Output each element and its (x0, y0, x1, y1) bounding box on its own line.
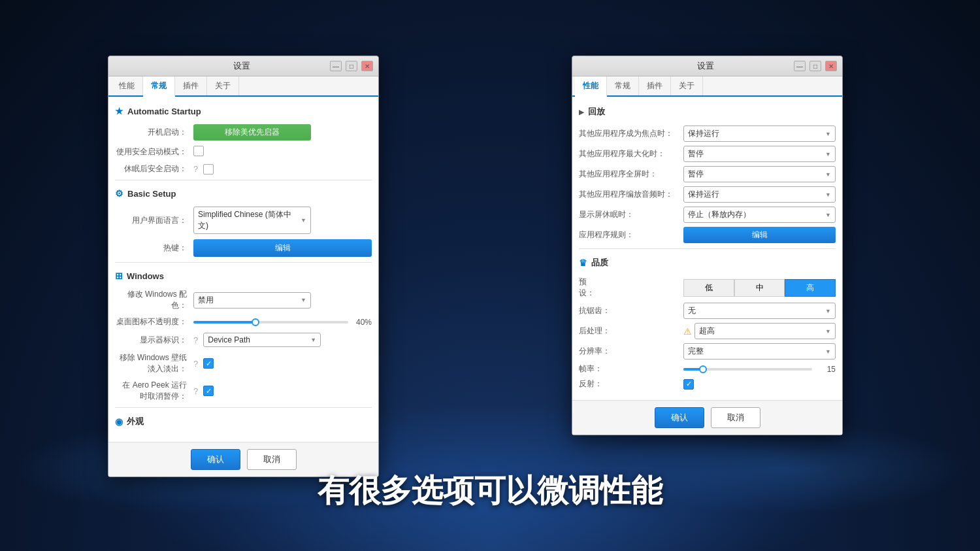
hibernate-label: 休眠后安全启动： (115, 163, 193, 175)
hotkey-label: 热键： (115, 242, 193, 254)
appearance-icon: ◉ (115, 416, 123, 427)
minimize-button-right[interactable]: — (794, 61, 806, 71)
aero-row: 在 Aero Peek 运行时取消暂停： ? ✓ (115, 380, 372, 402)
settings-window-right[interactable]: 设置 — □ ✕ 性能 常规 插件 关于 ▶ 回放 其他应用程序成为焦点时： 保… (572, 56, 843, 435)
tab-plugins-right[interactable]: 插件 (639, 76, 671, 95)
framerate-label: 帧率： (579, 363, 683, 375)
antialiasing-select[interactable]: 无 (683, 303, 836, 319)
opacity-slider-track (193, 321, 348, 324)
display-id-select[interactable]: Device Path (203, 333, 321, 347)
wallpaper-label: 移除 Windows 壁纸淡入淡出： (115, 352, 193, 375)
aero-checkbox[interactable]: ✓ (203, 386, 214, 396)
tab-plugins-left[interactable]: 插件 (175, 76, 207, 95)
quality-preset-row: 预设： 低 中 高 (579, 276, 836, 299)
pb-audio-select[interactable]: 保持运行 (683, 186, 836, 203)
pb-rules-edit-button[interactable]: 编辑 (683, 227, 836, 243)
reflection-checkbox[interactable]: ✓ (683, 379, 694, 390)
tab-about-left[interactable]: 关于 (207, 76, 239, 95)
window-content-left: ★ Automatic Startup 开机启动： 移除美优先启器 使用安全启动… (108, 97, 378, 442)
titlebar-left: 设置 — □ ✕ (108, 56, 378, 76)
framerate-value: 15 (816, 365, 836, 374)
pb-audio-label: 其他应用程序编放音频时： (579, 189, 683, 200)
pb-sleep-select[interactable]: 停止（释放内存） (683, 207, 836, 223)
window-title-right: 设置 (617, 60, 794, 72)
quality-preset-label: 预设： (579, 276, 683, 299)
wallpaper-checkbox[interactable]: ✓ (203, 358, 214, 369)
window-controls-left[interactable]: — □ ✕ (330, 61, 373, 71)
framerate-slider-thumb[interactable] (699, 365, 707, 373)
color-select[interactable]: 禁用 (193, 292, 311, 309)
maximize-button-right[interactable]: □ (809, 61, 821, 71)
postprocess-row: 后处理： ⚠ 超高 (579, 323, 836, 339)
pb-rules-row: 应用程序规则： 编辑 (579, 227, 836, 243)
color-control: 禁用 (193, 292, 372, 309)
section-playback: ▶ 回放 (579, 103, 836, 120)
startup-button[interactable]: 移除美优先启器 (193, 124, 311, 141)
tab-about-right[interactable]: 关于 (671, 76, 703, 95)
tab-bar-left: 性能 常规 插件 关于 (108, 76, 378, 97)
startup-control: 移除美优先启器 (193, 124, 372, 141)
aero-help-icon[interactable]: ? (193, 386, 198, 396)
opacity-value: 40% (352, 318, 372, 327)
section-appearance: ◉ 外观 (115, 413, 372, 430)
maximize-button-left[interactable]: □ (346, 61, 357, 71)
pb-rules-label: 应用程序规则： (579, 229, 683, 241)
safe-start-checkbox[interactable] (193, 146, 204, 156)
hibernate-help-icon[interactable]: ? (193, 164, 198, 174)
resolution-select[interactable]: 完整 (683, 343, 836, 359)
hotkey-edit-button[interactable]: 编辑 (193, 239, 372, 257)
opacity-slider-fill (193, 321, 255, 324)
quality-icon: ♛ (579, 258, 587, 268)
startup-row: 开机启动： 移除美优先启器 (115, 124, 372, 141)
language-select[interactable]: Simplified Chinese (简体中文) (193, 207, 311, 234)
hibernate-row: 休眠后安全启动： ? (115, 163, 372, 175)
subtitle-text: 有很多选项可以微调性能 (0, 470, 980, 512)
cancel-button-left[interactable]: 取消 (247, 449, 297, 470)
pb-maximize-select[interactable]: 暂停 (683, 146, 836, 162)
language-row: 用户界面语言： Simplified Chinese (简体中文) (115, 207, 372, 234)
color-label: 修改 Windows 配色： (115, 289, 193, 311)
safe-start-label: 使用安全启动模式： (115, 146, 193, 158)
language-control: Simplified Chinese (简体中文) (193, 207, 372, 234)
postprocess-select[interactable]: 超高 (694, 323, 836, 339)
reflection-row: 反射： ✓ (579, 378, 836, 390)
minimize-button-left[interactable]: — (330, 61, 342, 71)
quality-high-button[interactable]: 高 (785, 279, 836, 297)
confirm-button-left[interactable]: 确认 (191, 449, 240, 470)
language-label: 用户界面语言： (115, 215, 193, 226)
tab-performance-left[interactable]: 性能 (111, 76, 143, 95)
tab-general-left[interactable]: 常规 (143, 76, 175, 97)
quality-mid-button[interactable]: 中 (734, 279, 785, 297)
pb-audio-row: 其他应用程序编放音频时： 保持运行 (579, 186, 836, 203)
resolution-row: 分辨率： 完整 (579, 343, 836, 359)
wallpaper-help-icon[interactable]: ? (193, 359, 198, 369)
settings-window-left[interactable]: 设置 — □ ✕ 性能 常规 插件 关于 ★ Automatic Startup… (108, 56, 379, 477)
framerate-slider-track (683, 368, 812, 371)
window-controls-right[interactable]: — □ ✕ (794, 61, 837, 71)
aero-control: ? ✓ (193, 386, 372, 396)
footer-right: 确认 取消 (572, 400, 842, 435)
display-id-row: 显示器标识： ? Device Path (115, 333, 372, 347)
confirm-button-right[interactable]: 确认 (655, 407, 704, 428)
pb-fullscreen-row: 其他应用程序全屏时： 暂停 (579, 166, 836, 182)
opacity-slider-container: 40% (193, 318, 372, 327)
postprocess-label: 后处理： (579, 326, 683, 337)
antialiasing-label: 抗锯齿： (579, 305, 683, 316)
window-title-left: 设置 (153, 60, 330, 72)
display-id-help-icon[interactable]: ? (193, 335, 198, 345)
hibernate-checkbox[interactable] (203, 164, 214, 175)
pb-focus-select[interactable]: 保持运行 (683, 125, 836, 142)
tab-general-right[interactable]: 常规 (607, 76, 639, 95)
resolution-label: 分辨率： (579, 346, 683, 357)
windows-icon: ⊞ (115, 271, 123, 281)
close-button-right[interactable]: ✕ (825, 61, 837, 71)
section-quality: ♛ 品质 (579, 254, 836, 271)
cancel-button-right[interactable]: 取消 (711, 407, 760, 428)
pb-focus-row: 其他应用程序成为焦点时： 保持运行 (579, 125, 836, 142)
pb-fullscreen-select[interactable]: 暂停 (683, 166, 836, 182)
opacity-slider-thumb[interactable] (252, 318, 259, 326)
tab-performance-right[interactable]: 性能 (575, 76, 607, 97)
quality-low-button[interactable]: 低 (683, 279, 734, 297)
close-button-left[interactable]: ✕ (361, 61, 373, 71)
antialiasing-row: 抗锯齿： 无 (579, 303, 836, 319)
